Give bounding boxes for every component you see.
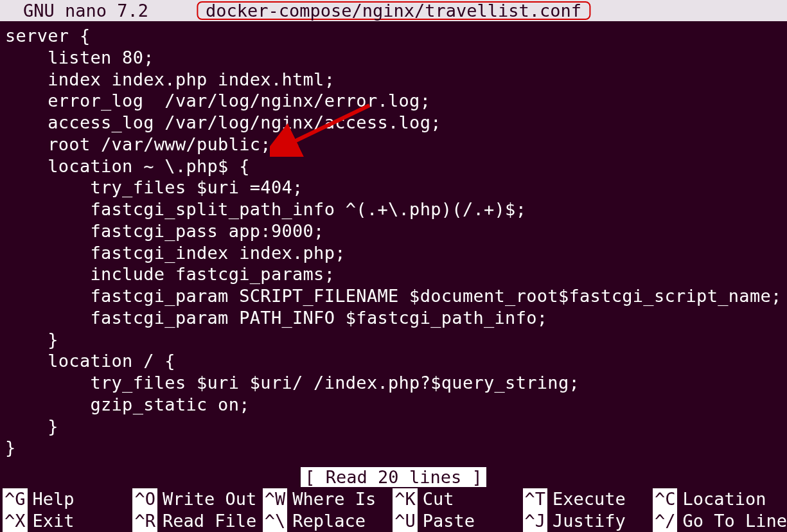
shortcut-key: ^U [393, 510, 418, 532]
shortcut-key: ^C [653, 488, 678, 510]
shortcut-key: ^K [393, 488, 418, 510]
shortcut-item: ^WWhere Is [263, 488, 393, 510]
shortcut-label: Go To Line [682, 510, 787, 532]
shortcut-item: ^UPaste [393, 510, 522, 532]
shortcut-label: Paste [423, 510, 475, 532]
editor-line[interactable]: } [5, 437, 787, 459]
shortcut-key: ^R [132, 510, 157, 532]
editor-line[interactable]: location / { [5, 350, 787, 372]
file-path-highlighted: docker-compose/nginx/travellist.conf [197, 1, 590, 20]
shortcut-item: ^GHelp [3, 488, 132, 510]
editor-line[interactable]: try_files $uri $uri/ /index.php?$query_s… [5, 372, 787, 394]
editor-line[interactable]: } [5, 329, 787, 351]
editor-line[interactable]: listen 80; [5, 47, 787, 69]
shortcut-label: Replace [292, 510, 366, 532]
titlebar: GNU nano 7.2 docker-compose/nginx/travel… [0, 0, 787, 21]
shortcut-label: Execute [553, 488, 626, 510]
editor-line[interactable]: fastcgi_split_path_info ^(.+\.php)(/.+)$… [5, 199, 787, 220]
shortcut-item: ^JJustify [523, 510, 653, 532]
shortcut-key: ^T [523, 488, 548, 510]
editor-line[interactable]: fastcgi_pass app:9000; [5, 220, 787, 242]
shortcut-key: ^/ [653, 510, 678, 532]
shortcut-label: Cut [423, 488, 454, 510]
editor-line[interactable]: } [5, 416, 787, 438]
shortcut-label: Where Is [292, 488, 376, 510]
shortcut-key: ^\ [263, 510, 288, 532]
shortcut-label: Exit [33, 510, 75, 532]
shortcut-label: Location [682, 488, 766, 510]
shortcut-label: Read File [163, 510, 256, 532]
editor-line[interactable]: root /var/www/public; [5, 134, 787, 155]
shortcut-item: ^OWrite Out [132, 488, 262, 510]
shortcut-item: ^XExit [3, 510, 132, 532]
editor-area[interactable]: server { listen 80; index index.php inde… [0, 21, 787, 459]
editor-line[interactable]: try_files $uri =404; [5, 177, 787, 199]
status-text: [ Read 20 lines ] [301, 467, 486, 487]
shortcut-item: ^CLocation [653, 488, 787, 510]
editor-line[interactable]: index index.php index.html; [5, 69, 787, 91]
shortcut-key: ^G [3, 488, 28, 510]
app-name: GNU nano 7.2 [23, 0, 148, 21]
shortcut-label: Write Out [163, 488, 256, 510]
editor-line[interactable]: error_log /var/log/nginx/error.log; [5, 90, 787, 112]
shortcut-key: ^J [523, 510, 548, 532]
editor-line[interactable]: gzip_static on; [5, 394, 787, 416]
shortcut-help-bar: ^GHelp^OWrite Out^WWhere Is^KCut^TExecut… [0, 488, 787, 532]
shortcut-key: ^X [3, 510, 28, 532]
shortcut-item: ^RRead File [132, 510, 262, 532]
editor-line[interactable]: location ~ \.php$ { [5, 155, 787, 177]
shortcut-key: ^O [132, 488, 157, 510]
shortcut-item: ^KCut [393, 488, 522, 510]
shortcut-label: Help [33, 488, 75, 510]
file-path: docker-compose/nginx/travellist.conf [206, 0, 581, 21]
editor-line[interactable]: include fastcgi_params; [5, 263, 787, 285]
shortcut-item: ^TExecute [523, 488, 653, 510]
editor-line[interactable]: fastcgi_index index.php; [5, 242, 787, 264]
shortcut-key: ^W [263, 488, 288, 510]
editor-line[interactable]: access_log /var/log/nginx/access.log; [5, 112, 787, 134]
status-line: [ Read 20 lines ] [0, 466, 787, 488]
shortcut-item: ^\Replace [263, 510, 393, 532]
editor-line[interactable]: fastcgi_param SCRIPT_FILENAME $document_… [5, 285, 787, 307]
shortcut-label: Justify [553, 510, 626, 532]
editor-line[interactable]: fastcgi_param PATH_INFO $fastcgi_path_in… [5, 307, 787, 329]
editor-line[interactable]: server { [5, 25, 787, 47]
shortcut-item: ^/Go To Line [653, 510, 787, 532]
